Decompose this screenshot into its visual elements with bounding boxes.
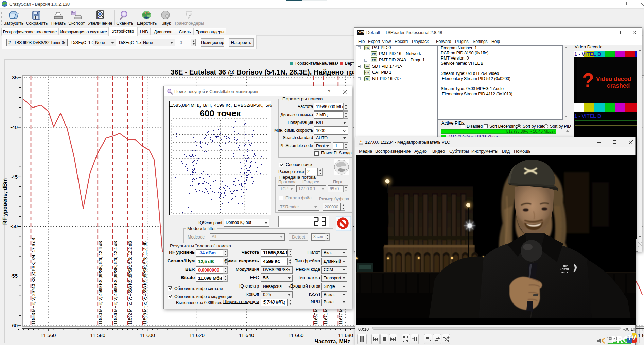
svg-text:11 800: 11 800: [635, 332, 644, 338]
svg-text:1 - VITEL B: 1 - VITEL B: [574, 51, 601, 57]
svg-text:11 580: 11 580: [90, 332, 105, 338]
svg-text:NORTH: NORTH: [560, 268, 569, 271]
svg-text:Video decod: Video decod: [596, 76, 631, 82]
svg-text:11592 MHz; V; 4598 KS ;8PSK; 5: 11592 MHz; V; 4598 KS ;8PSK; 5/6; 12.2 d…: [128, 241, 133, 325]
svg-text:THE: THE: [563, 265, 568, 268]
svg-text:11 620: 11 620: [189, 332, 205, 338]
svg-text:-60: -60: [10, 323, 18, 328]
svg-text:11586 MHz; V; 4599 KS ;8PSK; 5: 11586 MHz; V; 4599 KS ;8PSK; 5/6; 12.4 d…: [113, 241, 118, 325]
svg-text:-35: -35: [10, 75, 18, 80]
svg-text:-40: -40: [10, 124, 18, 130]
svg-text:11 660: 11 660: [289, 332, 304, 338]
svg-text:Частота, MHz: Частота, MHz: [315, 339, 350, 344]
svg-text:11 600: 11 600: [140, 332, 155, 338]
svg-text:-55: -55: [10, 273, 18, 279]
svg-text:11 560: 11 560: [41, 332, 56, 338]
svg-text:FACE: FACE: [561, 271, 568, 274]
svg-text:crashed: crashed: [607, 82, 630, 89]
svg-text:-50: -50: [10, 223, 18, 229]
svg-text:?: ?: [582, 69, 594, 91]
svg-text:11553 MHz; V; 29743 KS ;QPSK;: 11553 MHz; V; 29743 KS ;QPSK; 3/4; 17.9 …: [31, 237, 36, 325]
svg-text:11 640: 11 640: [239, 332, 254, 338]
svg-text:11598 MHz; V; 4598 KS ;8PSK; 5: 11598 MHz; V; 4598 KS ;8PSK; 5/6; 11.3 d…: [143, 241, 147, 325]
svg-text:11 680: 11 680: [338, 332, 353, 338]
svg-text:11580 MHz; V; 4599 KS ;8PSK; 5: 11580 MHz; V; 4599 KS ;8PSK; 5/6; 12.6 d…: [98, 241, 103, 325]
svg-text:1 - VITEL B: 1 - VITEL B: [574, 113, 601, 119]
svg-text:RF уровень, dBm: RF уровень, dBm: [2, 178, 8, 225]
svg-text:-45: -45: [10, 174, 18, 180]
